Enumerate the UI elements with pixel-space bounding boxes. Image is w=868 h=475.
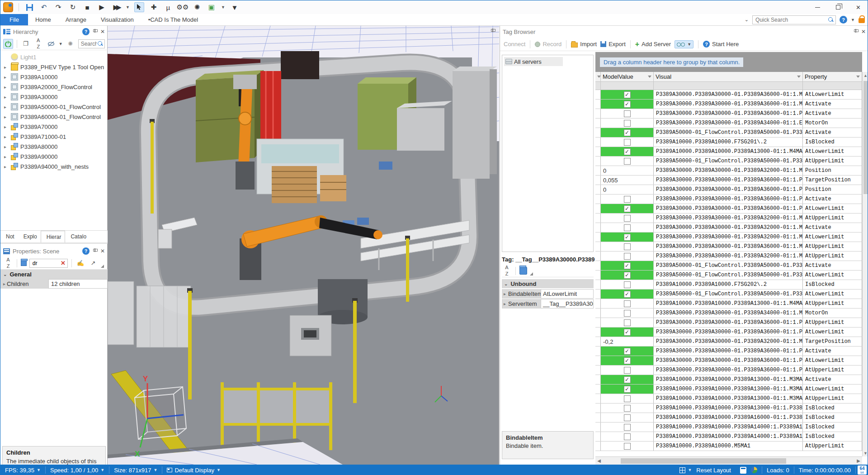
value-checkbox[interactable] [624, 405, 631, 412]
table-row[interactable]: P3389A30000.P3389A30000-01.P3389A34000-0… [595, 119, 862, 128]
tag-sort-icon[interactable]: AZ [502, 266, 512, 276]
visual-cell[interactable]: P3389A30000.P3389A30000-01.P3389A32000-0… [654, 223, 803, 232]
tag-browser-close-icon[interactable]: ✕ [861, 28, 866, 35]
value-checkbox[interactable] [624, 395, 631, 402]
move-tool-icon[interactable]: ✚ [149, 2, 159, 12]
column-property[interactable]: Property [803, 72, 862, 81]
visual-cell[interactable]: P3389A30000.P3389A30000-01.P3389A36000-0… [654, 109, 803, 118]
visual-cell[interactable]: P3389A10000.P3389A10000.P3389A14000:1.P3… [654, 432, 803, 441]
viewport-pin-icon[interactable] [490, 28, 495, 34]
expander-icon[interactable]: ▸ [4, 134, 9, 139]
redo-icon[interactable]: ↷ [53, 2, 63, 12]
property-cell[interactable]: AtUpperLimit [803, 214, 862, 223]
visual-cell[interactable]: P3389A10000.P3389A10000.P3389A13000-01:1… [654, 299, 803, 308]
visual-cell[interactable]: P3389A30000.P3389A30000-01.P3389A36000-0… [654, 328, 803, 337]
modelvalue-cell[interactable] [601, 204, 654, 213]
visual-cell[interactable]: P3389A50000-01_FlowControl.P3389A50000-0… [654, 271, 803, 280]
row-selector[interactable] [595, 109, 601, 118]
expand-collapse-icon[interactable]: ❐ [21, 39, 31, 49]
property-cell[interactable]: AtLowerLimit [803, 290, 862, 299]
visual-cell[interactable]: P3389A10000.P3389A10000.P3389A13000-01:1… [654, 375, 803, 384]
visual-cell[interactable]: P3389A30000.P3389A30000-01.P3389A34000-0… [654, 309, 803, 318]
modelvalue-cell[interactable]: 0 [601, 185, 654, 194]
modelvalue-cell[interactable] [601, 261, 654, 270]
table-row[interactable]: P3389A10000.P3389A10000.P3389A13000-01:1… [595, 147, 862, 157]
align-tool-icon[interactable]: ▣ [207, 2, 217, 12]
value-checkbox[interactable] [624, 291, 631, 298]
expander-icon[interactable]: ▸ [4, 65, 9, 70]
property-cell[interactable]: AtUpperLimit [803, 318, 862, 327]
help-dropdown[interactable]: ▼ [851, 18, 855, 22]
row-selector[interactable] [595, 242, 601, 251]
row-selector[interactable] [595, 356, 601, 365]
view-glasses-button[interactable]: ▼ [675, 40, 693, 48]
modelvalue-cell[interactable] [601, 394, 654, 403]
row-selector[interactable] [595, 157, 601, 166]
hierarchy-tree-item[interactable]: ▸ P3389A80000 [0, 142, 108, 152]
value-checkbox[interactable] [624, 272, 631, 279]
all-servers-item[interactable]: All servers [504, 57, 563, 66]
table-row[interactable]: P3389A10000.P3389A10000.P3389A13000-01:1… [595, 299, 862, 309]
hierarchy-tree-item[interactable]: ▸ P3389A90000 [0, 152, 108, 162]
value-checkbox[interactable] [624, 357, 631, 364]
hierarchy-tree-item[interactable]: ▸ P3389A70000 [0, 122, 108, 132]
power-toggle-icon[interactable] [3, 39, 13, 49]
property-cell[interactable]: AtLowerLimit [803, 90, 862, 99]
visual-cell[interactable]: P3389A10000.P3389A10000.P3389A14000:1.P3… [654, 423, 803, 432]
value-checkbox[interactable] [624, 386, 631, 393]
toolbar-overflow-icon[interactable]: ▼ [230, 2, 240, 12]
table-row[interactable]: P3389A30000.P3389A30000-01.P3389A32000-0… [595, 214, 862, 223]
table-row[interactable]: P3389A10000.P3389A10000.P3389A13000-01:1… [595, 375, 862, 385]
property-cell[interactable]: AtUpperLimit [803, 299, 862, 308]
property-cell[interactable]: AtLowerLimit [803, 233, 862, 242]
modelvalue-cell[interactable] [601, 280, 654, 289]
modelvalue-cell[interactable] [601, 375, 654, 384]
reset-layout-button[interactable]: Reset Layout [696, 465, 736, 475]
restore-button[interactable] [828, 1, 848, 14]
stop-icon[interactable]: ■ [82, 2, 92, 12]
modelvalue-cell[interactable] [601, 432, 654, 441]
modelvalue-cell[interactable] [601, 128, 654, 137]
row-selector[interactable] [595, 309, 601, 318]
tag-cube-icon[interactable] [519, 267, 527, 275]
modelvalue-cell[interactable]: 0,055 [601, 176, 654, 185]
value-checkbox[interactable] [624, 158, 631, 165]
value-checkbox[interactable] [624, 414, 631, 421]
panel-resize-grip[interactable] [101, 265, 104, 268]
table-row[interactable]: 0 P3389A30000.P3389A30000-01.P3389A32000… [595, 166, 862, 176]
fast-forward-dropdown[interactable]: ▼ [126, 5, 130, 10]
property-cell[interactable]: Position [803, 185, 862, 194]
row-selector[interactable] [595, 214, 601, 223]
property-cell[interactable]: AtUpperLimit [803, 366, 862, 375]
visual-cell[interactable]: P3389A30000.P3389A30000-01.P3389A36000-0… [654, 100, 803, 109]
value-checkbox[interactable] [624, 329, 631, 336]
group-by-bar[interactable]: Drag a column header here to group by th… [595, 52, 862, 72]
value-checkbox[interactable] [624, 262, 631, 269]
table-row[interactable]: P3389A30000.P3389A30000-01.P3389A34000-0… [595, 309, 862, 318]
modelvalue-cell[interactable] [601, 100, 654, 109]
row-selector[interactable] [595, 261, 601, 270]
table-row[interactable]: P3389A10000.P3389A10000.P3389A13000-01:1… [595, 404, 862, 413]
value-checkbox[interactable] [624, 443, 631, 450]
property-cell[interactable]: AtUpperLimit [803, 394, 862, 403]
vertical-scrollbar[interactable]: ▲ ▼ [862, 72, 868, 456]
tab-arrange[interactable]: Arrange [58, 14, 94, 25]
modelvalue-cell[interactable] [601, 252, 654, 261]
row-selector[interactable] [595, 385, 601, 394]
fps-indicator[interactable]: FPS: 39,35▼ [0, 465, 45, 475]
modelvalue-cell[interactable] [601, 109, 654, 118]
property-cell[interactable]: Activate [803, 100, 862, 109]
visual-cell[interactable]: P3389A30000.P3389A30000-01.P3389A32000-0… [654, 214, 803, 223]
visual-cell[interactable]: P3389A10000.P3389A10000.P3389A13000-01:1… [654, 394, 803, 403]
value-checkbox[interactable] [624, 234, 631, 241]
modelvalue-cell[interactable] [601, 90, 654, 99]
visual-cell[interactable]: P3389A10000.P3389A10000.P3389A13000-01:1… [654, 404, 803, 413]
property-cell[interactable]: AtLowerLimit [803, 328, 862, 337]
close-button[interactable]: ✕ [848, 1, 868, 14]
world-button[interactable] [751, 465, 762, 475]
visual-cell[interactable]: P3389A30000.P3389A30000-01.P3389A36000-0… [654, 356, 803, 365]
value-checkbox[interactable] [624, 310, 631, 317]
visual-cell[interactable]: P3389A30000.P3389A30000-01.P3389A34000-0… [654, 119, 803, 128]
table-row[interactable]: -0,2 P3389A30000.P3389A30000-01.P3389A32… [595, 337, 862, 347]
import-button[interactable]: Import [571, 41, 597, 48]
